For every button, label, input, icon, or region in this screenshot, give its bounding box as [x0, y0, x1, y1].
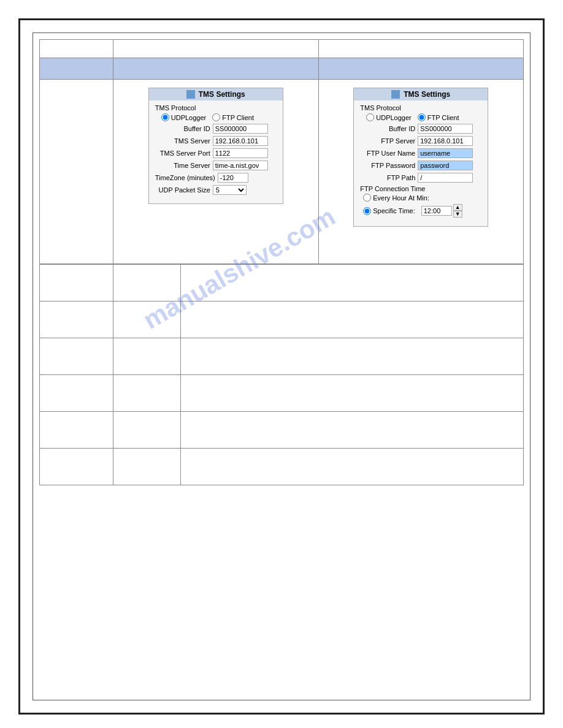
bottom-row-6-label — [40, 449, 113, 485]
panel-left: TMS Settings TMS Protocol UDPLogger — [113, 40, 319, 264]
tms-icon-left — [186, 90, 195, 99]
udplogger-input-left[interactable] — [161, 113, 169, 121]
bottom-row-6 — [40, 449, 524, 485]
timezone-input[interactable] — [218, 173, 248, 183]
left-col-content — [40, 80, 113, 264]
tms-settings-right: TMS Settings TMS Protocol UDPLogger — [353, 88, 488, 227]
bottom-row-4-content — [181, 375, 524, 412]
bottom-row-3-content — [181, 338, 524, 375]
bottom-row-3 — [40, 338, 524, 375]
right-panel-content: TMS Settings TMS Protocol UDPLogger — [319, 80, 524, 235]
timezone-label: TimeZone (minutes) — [155, 174, 215, 181]
ftp-password-label: FTP Password — [360, 162, 415, 169]
udplogger-radio-left[interactable]: UDPLogger — [161, 113, 206, 121]
protocol-label-left: TMS Protocol — [155, 104, 277, 112]
left-header-row — [40, 40, 113, 58]
ftpclient-input-right[interactable] — [418, 113, 426, 121]
bottom-row-4-sub — [113, 375, 181, 412]
time-server-label: Time Server — [155, 162, 210, 169]
time-spinner: ▲ ▼ — [453, 204, 462, 218]
panel-right: TMS Settings TMS Protocol UDPLogger — [319, 40, 524, 264]
udp-packet-row: UDP Packet Size 5 10 15 — [155, 185, 277, 195]
tms-server-input[interactable] — [213, 136, 268, 146]
ftp-server-label: FTP Server — [360, 137, 415, 145]
udplogger-radio-right[interactable]: UDPLogger — [366, 113, 411, 121]
tms-server-row: TMS Server — [155, 136, 277, 146]
time-value-input[interactable] — [421, 206, 452, 216]
bottom-row-3-label — [40, 338, 113, 375]
bottom-row-2-content — [181, 301, 524, 338]
ftpclient-radio-left[interactable]: FTP Client — [212, 113, 254, 121]
time-server-row: Time Server — [155, 161, 277, 170]
ftp-path-label: FTP Path — [360, 174, 415, 181]
tms-server-port-label: TMS Server Port — [155, 150, 210, 157]
ftp-user-label: FTP User Name — [360, 150, 415, 157]
specific-time-radio[interactable]: Specific Time: — [363, 207, 415, 215]
left-panel-blue — [113, 58, 318, 80]
udplogger-label-left: UDPLogger — [171, 114, 206, 121]
tms-settings-left-header: TMS Settings — [149, 88, 283, 100]
udp-packet-select[interactable]: 5 10 15 — [213, 185, 247, 195]
ftpclient-input-left[interactable] — [212, 113, 220, 121]
ftpclient-label-left: FTP Client — [222, 114, 254, 121]
udplogger-label-right: UDPLogger — [376, 114, 411, 121]
udplogger-input-right[interactable] — [366, 113, 374, 121]
ftp-user-input[interactable] — [418, 148, 473, 158]
content-area: manualshive.com — [39, 39, 524, 485]
ftp-password-row: FTP Password — [360, 161, 481, 170]
ftp-server-input[interactable] — [418, 136, 473, 146]
bottom-row-5-sub — [113, 412, 181, 449]
specific-time-label: Specific Time: — [373, 207, 415, 214]
bottom-row-6-sub — [113, 449, 181, 485]
bottom-row-5 — [40, 412, 524, 449]
bottom-row-2-label — [40, 301, 113, 338]
time-server-input[interactable] — [213, 161, 268, 170]
panels-area: TMS Settings TMS Protocol UDPLogger — [113, 40, 523, 264]
tms-title-right: TMS Settings — [404, 90, 450, 99]
buffer-id-input-left[interactable] — [213, 124, 268, 134]
every-hour-radio[interactable]: Every Hour At Min: — [363, 194, 429, 202]
page-outer: manualshive.com — [18, 18, 545, 715]
left-col-header — [40, 40, 113, 264]
every-hour-row: Every Hour At Min: — [360, 194, 481, 202]
buffer-id-row-left: Buffer ID — [155, 124, 277, 134]
right-panel-blue — [319, 58, 524, 80]
ftp-password-input[interactable] — [418, 161, 473, 170]
tms-server-port-row: TMS Server Port — [155, 148, 277, 158]
left-blue-row — [40, 58, 113, 80]
bottom-row-1-label — [40, 265, 113, 301]
buffer-id-label-left: Buffer ID — [155, 125, 210, 132]
bottom-row-2 — [40, 301, 524, 338]
page-inner: manualshive.com — [33, 32, 530, 700]
specific-time-row: Specific Time: ▲ ▼ — [360, 204, 481, 218]
tms-icon-right — [391, 90, 400, 99]
bottom-row-2-sub — [113, 301, 181, 338]
bottom-row-1 — [40, 265, 524, 301]
protocol-radio-row-right: UDPLogger FTP Client — [360, 113, 481, 121]
ftpclient-radio-right[interactable]: FTP Client — [418, 113, 459, 121]
ftp-path-row: FTP Path — [360, 173, 481, 183]
protocol-label-right: TMS Protocol — [360, 104, 481, 112]
bottom-row-3-sub — [113, 338, 181, 375]
buffer-id-input-right[interactable] — [418, 124, 473, 134]
time-up-button[interactable]: ▲ — [453, 204, 462, 211]
buffer-id-row-right: Buffer ID — [360, 124, 481, 134]
every-hour-input[interactable] — [363, 194, 371, 202]
time-down-button[interactable]: ▼ — [453, 211, 462, 218]
right-panel-header — [319, 40, 524, 58]
bottom-row-6-content — [181, 449, 524, 485]
ftp-path-input[interactable] — [418, 173, 473, 183]
udp-packet-label: UDP Packet Size — [155, 186, 210, 194]
timezone-row: TimeZone (minutes) — [155, 173, 277, 183]
top-section: TMS Settings TMS Protocol UDPLogger — [39, 39, 524, 264]
left-panel-header — [113, 40, 318, 58]
ftp-server-row: FTP Server — [360, 136, 481, 146]
bottom-row-5-label — [40, 412, 113, 449]
bottom-row-5-content — [181, 412, 524, 449]
tms-settings-right-header: TMS Settings — [354, 88, 488, 100]
bottom-row-1-sub — [113, 265, 181, 301]
specific-time-input[interactable] — [363, 207, 371, 215]
tms-server-port-input[interactable] — [213, 148, 268, 158]
bottom-row-1-content — [181, 265, 524, 301]
bottom-table — [39, 264, 524, 485]
